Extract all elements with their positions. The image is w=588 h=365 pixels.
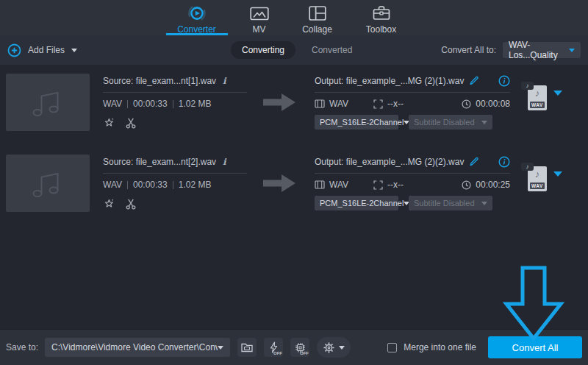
gear-icon (323, 341, 335, 354)
rename-icon[interactable] (469, 76, 479, 86)
add-files-chevron-icon (71, 49, 77, 52)
convert-all-to-dropdown[interactable]: WAV-Los...Quality (503, 42, 581, 58)
source-column: Source: file_exam...nt[1].wav i WAV 00:0… (103, 74, 247, 131)
arrow-right-icon (247, 155, 312, 212)
source-info-icon[interactable]: i (223, 76, 226, 86)
divider (103, 173, 247, 174)
chevron-down-icon (481, 202, 487, 205)
source-format: WAV (103, 180, 122, 190)
source-size: 1.02 MB (179, 99, 212, 109)
add-files-label: Add Files (28, 45, 65, 55)
output-type-selector: ♪ ♪ WAV (528, 155, 562, 212)
audio-settings-value: PCM_S16LE-2Channel (320, 199, 404, 208)
tab-toolbox[interactable]: Toolbox (355, 0, 408, 35)
wav-file-icon[interactable]: ♪ ♪ WAV (528, 85, 547, 110)
merge-label: Merge into one file (404, 342, 476, 352)
tab-converted[interactable]: Converted (312, 45, 352, 55)
separator (173, 100, 173, 108)
divider (103, 92, 247, 93)
output-column: Output: file_example_...MG (2)(2).wav (315, 155, 510, 212)
output-resolution: --x-- (387, 99, 404, 109)
audio-thumbnail (6, 155, 90, 212)
hardware-acceleration-button[interactable]: OFF (264, 338, 283, 357)
gpu-acceleration-button[interactable]: OFF (290, 338, 309, 357)
edit-effects-icon[interactable] (103, 117, 115, 129)
audio-settings-dropdown[interactable]: PCM_S16LE-2Channel (315, 196, 398, 210)
output-info-icon[interactable] (498, 156, 510, 168)
audio-thumbnail (6, 74, 90, 131)
open-folder-button[interactable] (237, 338, 257, 357)
chip-off-label: OFF (300, 351, 309, 355)
output-filename: Output: file_example_...MG (2)(1).wav (315, 76, 464, 86)
edit-effects-icon[interactable] (103, 198, 115, 210)
rename-icon[interactable] (469, 157, 479, 167)
output-column: Output: file_example_...MG (2)(1).wav (315, 74, 510, 131)
divider (315, 173, 510, 174)
media-format-icon (315, 99, 325, 108)
folder-icon (241, 342, 253, 352)
resolution-icon (373, 180, 383, 190)
output-format: WAV (329, 99, 348, 109)
subtitle-dropdown[interactable]: Subtitle Disabled (409, 196, 492, 210)
media-format-icon (315, 180, 325, 189)
chevron-down-icon (481, 121, 487, 124)
audio-settings-dropdown[interactable]: PCM_S16LE-2Channel (315, 115, 398, 130)
merge-option: Merge into one file (387, 342, 476, 352)
bottom-bar: Save to: C:\Vidmore\Vidmore Video Conver… (0, 329, 588, 365)
tab-collage-label: Collage (302, 24, 332, 35)
source-filename: Source: file_exam...nt[1].wav (103, 76, 216, 86)
tab-converter[interactable]: Converter (166, 0, 228, 35)
main-tabs: Converter MV Collage (0, 0, 581, 35)
source-format: WAV (103, 99, 122, 109)
output-format: WAV (329, 180, 348, 190)
clock-icon (462, 99, 471, 109)
music-note-icon (29, 85, 67, 120)
save-path-value: C:\Vidmore\Vidmore Video Converter\Conve… (51, 342, 218, 352)
wav-file-icon[interactable]: ♪ ♪ WAV (528, 166, 547, 191)
tab-toolbox-label: Toolbox (366, 24, 396, 35)
save-path-input[interactable]: C:\Vidmore\Vidmore Video Converter\Conve… (45, 338, 230, 357)
music-note-icon (29, 166, 67, 201)
format-chevron-icon[interactable] (553, 177, 562, 190)
source-filename: Source: file_exam...nt[2].wav (103, 157, 216, 167)
file-row: Source: file_exam...nt[2].wav i WAV 00:0… (6, 155, 582, 212)
output-filename: Output: file_example_...MG (2)(2).wav (315, 157, 464, 167)
arrow-right-icon (247, 74, 312, 131)
audio-badge-icon: ♪ (521, 163, 534, 171)
divider (315, 92, 510, 93)
audio-settings-value: PCM_S16LE-2Channel (320, 118, 404, 127)
source-column: Source: file_exam...nt[2].wav i WAV 00:0… (103, 155, 247, 212)
source-duration: 00:00:33 (133, 180, 168, 190)
file-list: Source: file_exam...nt[1].wav i WAV 00:0… (0, 65, 588, 212)
output-type-selector: ♪ ♪ WAV (528, 74, 562, 131)
tab-converting[interactable]: Converting (231, 41, 295, 59)
toolbar: Add Files Converting Converted Convert A… (0, 35, 588, 65)
resolution-icon (373, 99, 383, 109)
save-to-label: Save to: (6, 342, 38, 352)
output-resolution: --x-- (387, 180, 404, 190)
output-info-icon[interactable] (498, 75, 510, 87)
merge-checkbox[interactable] (387, 343, 397, 352)
add-icon (7, 43, 21, 57)
subtitle-dropdown[interactable]: Subtitle Disabled (409, 115, 492, 130)
source-duration: 00:00:33 (133, 99, 168, 109)
convert-all-to: Convert All to: WAV-Los...Quality (441, 42, 581, 58)
separator (127, 181, 128, 189)
view-tabs: Converting Converted (231, 41, 352, 59)
clock-icon (462, 180, 471, 190)
tab-collage[interactable]: Collage (291, 0, 344, 35)
tab-mv-label: MV (253, 24, 266, 35)
add-files-button[interactable]: Add Files (7, 43, 77, 57)
source-info-icon[interactable]: i (223, 157, 226, 167)
file-row: Source: file_exam...nt[1].wav i WAV 00:0… (6, 74, 582, 131)
cut-icon[interactable] (125, 117, 137, 129)
tutorial-down-arrow (503, 266, 564, 341)
format-chevron-icon[interactable] (553, 96, 562, 109)
subtitle-value: Subtitle Disabled (414, 118, 475, 127)
file-type-label: WAV (530, 102, 545, 108)
source-size: 1.02 MB (179, 180, 212, 190)
file-type-label: WAV (530, 182, 545, 189)
settings-button[interactable] (317, 337, 351, 358)
tab-mv[interactable]: MV (239, 0, 280, 35)
cut-icon[interactable] (125, 198, 137, 210)
